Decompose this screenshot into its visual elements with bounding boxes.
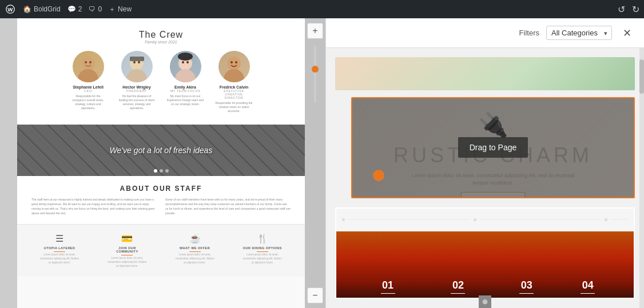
page-preview: The Crew Family since 2021 <box>17 18 305 308</box>
plus-icon: ＋ <box>109 5 116 14</box>
footer-icons-section: ☰ UTOPIA LAYERED Lorem ipsum dolor sit a… <box>17 224 305 277</box>
strip-dot-1 <box>342 218 345 221</box>
crew-member-4-desc: Responsible for providing the creative v… <box>216 101 253 113</box>
footer-icon-3-line <box>189 251 201 252</box>
about-staff-section: ABOUT OUR STAFF The staff here at our re… <box>17 176 305 224</box>
footer-icon-1: ☰ UTOPIA LAYERED Lorem ipsum dolor sit a… <box>39 233 79 268</box>
avatar-2 <box>121 51 153 82</box>
templates-grid: ⊕ Drag to Page 🔌 RUSTIC CHARM Lorem ipsu… <box>326 48 644 308</box>
footer-icon-3-desc: Lorem ipsum dolor sit amet, consectetur … <box>175 253 215 265</box>
about-columns: The staff here at our restaurant is high… <box>31 197 291 215</box>
strip-dot-2 <box>474 218 476 221</box>
footer-icon-2-symbol: 💳 <box>107 233 147 244</box>
crew-section: The Crew Family since 2021 <box>17 18 305 125</box>
fire-num-3-value: 03 <box>512 279 541 291</box>
footer-icon-2-title: JOIN OUR COMMUNITY <box>107 246 147 253</box>
fire-num-1-value: 01 <box>372 279 404 291</box>
crew-members: Stephanie Lefell CEO Responsible for the… <box>29 51 293 113</box>
template-card-partial-top[interactable] <box>335 57 635 90</box>
close-button[interactable]: ✕ <box>619 25 635 41</box>
zoom-in-button[interactable]: + <box>307 23 323 39</box>
zoom-out-button[interactable]: − <box>307 287 323 303</box>
footer-icon-3-title: WHAT WE OFFER <box>175 246 215 250</box>
crew-member-3-name: Emily Akira <box>167 85 204 89</box>
svg-point-12 <box>175 69 196 82</box>
fire-num-4: 04 DESIGN <box>577 279 598 299</box>
svg-point-16 <box>227 57 241 70</box>
svg-point-5 <box>89 61 92 63</box>
strip-line-1 <box>348 219 470 220</box>
scroll-thumb <box>639 59 644 94</box>
footer-icon-3: ☕ WHAT WE OFFER Lorem ipsum dolor sit am… <box>175 233 215 268</box>
comments-icon: 💬 <box>67 5 76 13</box>
svg-point-19 <box>235 61 237 63</box>
editor-panel: + − The Crew Family since 2021 <box>0 18 326 308</box>
about-col-2: Some of our staff members have been with… <box>165 197 291 215</box>
carousel-dots <box>154 169 169 173</box>
footer-icon-2-line <box>121 255 133 255</box>
zoom-slider[interactable] <box>314 46 316 103</box>
redo-button[interactable]: ↻ <box>632 4 639 15</box>
svg-point-13 <box>182 61 184 63</box>
filters-label: Filters <box>519 29 539 37</box>
fire-template-content: 01 MARKETING 02 CONSULTING 03 BRA <box>336 231 634 299</box>
fire-num-3: 03 BRANDING <box>512 279 541 299</box>
crew-member-1-role: CEO <box>70 89 107 93</box>
svg-point-7 <box>126 69 147 82</box>
wordpress-icon[interactable]: W <box>5 3 16 15</box>
templates-panel-header: Filters All Categories Business Restaura… <box>326 18 644 48</box>
comments-link[interactable]: 💬 2 <box>67 5 82 13</box>
category-select-wrapper: All Categories Business Restaurant Portf… <box>546 26 612 40</box>
footer-icon-1-symbol: ☰ <box>39 233 79 244</box>
svg-point-14 <box>186 61 189 63</box>
orange-dot <box>373 170 384 181</box>
new-link[interactable]: ＋ New <box>109 5 132 14</box>
crew-member-1-name: Stephanie Lefell <box>70 85 107 89</box>
home-link[interactable]: 🏠 BoldGrid <box>23 5 61 13</box>
crew-member-3-desc: My main focus is on our Experience Desig… <box>167 94 204 106</box>
category-select[interactable]: All Categories Business Restaurant Portf… <box>546 26 612 40</box>
template-card-rustic-charm[interactable]: ⊕ Drag to Page 🔌 RUSTIC CHARM Lorem ipsu… <box>351 97 635 198</box>
fire-num-1: 01 MARKETING <box>372 279 404 299</box>
messages-icon: 🗨 <box>89 5 96 13</box>
crew-member-4-role: EXECUTIVE CREATIVE DIRECTOR <box>216 89 253 99</box>
drag-overlay: Drag to Page <box>352 98 634 197</box>
svg-point-3 <box>78 69 98 82</box>
fresh-ideas-text: We've got a lot of fresh ideas <box>110 146 213 155</box>
messages-link[interactable]: 🗨 0 <box>89 5 102 13</box>
fire-num-2: 02 CONSULTING <box>440 279 476 299</box>
crew-member-1-desc: Responsible for the company's overall vi… <box>70 94 107 110</box>
bottom-drag-handle[interactable]: ⊕ <box>479 295 491 308</box>
template-card-fire[interactable]: 01 MARKETING 02 CONSULTING 03 BRA <box>335 207 635 299</box>
crew-subtitle: Family since 2021 <box>29 40 293 44</box>
crew-title: The Crew <box>29 30 293 40</box>
footer-icon-2-desc: Lorem ipsum dolor sit amet, consectetur … <box>107 257 147 268</box>
drag-to-page-button[interactable]: Drag to Page <box>458 137 528 158</box>
fresh-ideas-banner: We've got a lot of fresh ideas <box>17 125 305 176</box>
carousel-dot-3 <box>165 169 169 173</box>
fire-num-4-line <box>581 293 595 294</box>
crew-member-4: Fredrick Calvin EXECUTIVE CREATIVE DIREC… <box>216 51 253 113</box>
strip-dot-3 <box>605 218 607 221</box>
drag-handle[interactable]: ⊕ <box>351 139 352 155</box>
zoom-controls: + − <box>305 18 325 308</box>
partial-img <box>335 57 635 90</box>
editor-canvas[interactable]: + − The Crew Family since 2021 <box>0 18 325 308</box>
svg-point-17 <box>224 69 244 82</box>
footer-icon-1-title: UTOPIA LAYERED <box>39 246 79 250</box>
footer-icon-4-symbol: 🍴 <box>243 233 283 244</box>
svg-point-4 <box>85 61 87 63</box>
footer-icon-4-title: OUR DINING OPTIONS <box>243 246 283 250</box>
crew-member-3-role: MY TEAM FOCUS <box>167 89 204 93</box>
zoom-slider-thumb <box>312 66 319 73</box>
undo-button[interactable]: ↺ <box>618 4 625 15</box>
templates-panel: Filters All Categories Business Restaura… <box>326 18 644 308</box>
scroll-track[interactable] <box>639 48 644 308</box>
crew-member-3: Emily Akira MY TEAM FOCUS My main focus … <box>167 51 204 113</box>
footer-icon-4-line <box>257 251 268 252</box>
avatar-4 <box>218 51 250 82</box>
footer-icon-2: 💳 JOIN OUR COMMUNITY Lorem ipsum dolor s… <box>107 233 147 268</box>
fire-template-header <box>336 209 634 231</box>
carousel-dot-2 <box>160 169 163 173</box>
crew-member-4-name: Fredrick Calvin <box>216 85 253 89</box>
